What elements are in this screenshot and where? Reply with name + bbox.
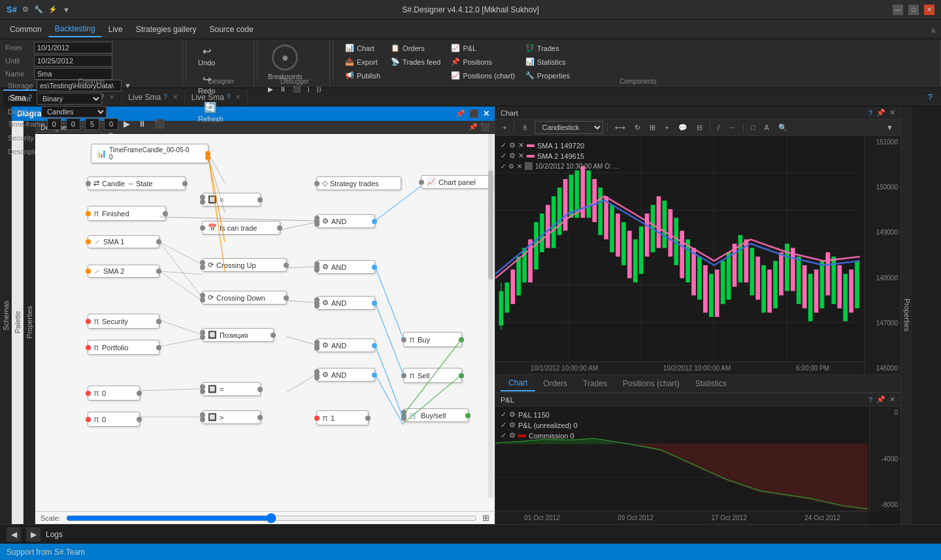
- diagram-pin2-btn[interactable]: ⬛: [469, 109, 479, 118]
- chart-tb-line-btn[interactable]: /: [714, 122, 723, 133]
- timeframe-h[interactable]: [47, 118, 61, 130]
- node-finished[interactable]: π Finished: [88, 206, 166, 221]
- chart-close-btn[interactable]: ✕: [889, 108, 895, 117]
- menu-live[interactable]: Live: [102, 22, 129, 37]
- properties-left-label[interactable]: Properties: [25, 306, 33, 338]
- node-security[interactable]: π Security: [88, 314, 159, 329]
- node-portfolio[interactable]: π Portfolio: [88, 340, 159, 355]
- chart-help-btn[interactable]: ?: [868, 109, 872, 117]
- node-and3[interactable]: ⚙ AND: [316, 296, 375, 310]
- pnl-gear2[interactable]: ⚙: [509, 421, 516, 429]
- timeframe-s[interactable]: [85, 118, 99, 130]
- palette-label[interactable]: Palette: [14, 311, 22, 333]
- ribbon-collapse-btn[interactable]: ▲: [929, 24, 938, 35]
- chart-tb-zoom-btn[interactable]: 🔍: [775, 122, 791, 134]
- chart-tb-text-btn[interactable]: A: [761, 122, 772, 133]
- designer-float-btn[interactable]: ⬛: [480, 123, 489, 131]
- chart-canvas[interactable]: ✓ ⚙ ✕ SMA 1 149720 ✓ ⚙ ✕ SMA 2 149615: [495, 136, 900, 374]
- pnl-check2[interactable]: ✓: [501, 421, 506, 429]
- undo-button[interactable]: ↩ Undo: [194, 43, 219, 69]
- chart-button[interactable]: 📊 Chart: [341, 42, 384, 54]
- node-equals2[interactable]: 🔲 =: [202, 382, 261, 396]
- debug-btn4[interactable]: ⟩: [305, 84, 312, 94]
- designer-pin-btn[interactable]: 📌: [469, 123, 478, 131]
- minimize-button[interactable]: —: [893, 5, 903, 15]
- legend-sma1-gear[interactable]: ⚙: [509, 141, 516, 150]
- until-input[interactable]: [34, 55, 112, 67]
- pnl-check3[interactable]: ✓: [501, 431, 506, 440]
- tab-live-sma1-help[interactable]: ?: [163, 93, 167, 101]
- node-equals1[interactable]: 🔲 =: [202, 193, 261, 206]
- global-help-btn[interactable]: ?: [923, 92, 938, 102]
- datatype-select[interactable]: Candles: [41, 106, 107, 118]
- node-buy-sell[interactable]: 🛒 Buy/sell: [403, 408, 469, 422]
- node-and1[interactable]: ⚙ AND: [316, 214, 375, 228]
- legend-candle-x[interactable]: ✕: [517, 163, 522, 170]
- legend-candle-check[interactable]: ✓: [501, 163, 506, 170]
- legend-sma1-close[interactable]: ✕: [518, 141, 524, 150]
- statistics-button[interactable]: 📊 Statistics: [521, 56, 574, 68]
- chart-add-btn[interactable]: +: [499, 122, 510, 133]
- chart-tb-btn1[interactable]: ⟷: [612, 122, 629, 134]
- chart-tb-dropdown-btn[interactable]: ▼: [883, 122, 897, 133]
- chart-tb-rect-btn[interactable]: □: [748, 122, 759, 133]
- tab-live-sma2-close[interactable]: ✕: [235, 93, 240, 101]
- menu-source-code[interactable]: Source code: [203, 22, 259, 37]
- timeframe-m[interactable]: [66, 118, 80, 130]
- node-one[interactable]: π 1: [316, 410, 369, 425]
- chart-tb-btn5[interactable]: 💬: [675, 122, 691, 134]
- candlestick-select[interactable]: Candlestick: [535, 121, 603, 134]
- debug-btn2[interactable]: ⏸: [277, 84, 289, 94]
- scroll-indicator[interactable]: [488, 134, 493, 498]
- designer-canvas[interactable]: 📊 TimeFrameCandle_00-05-0 0 ⇄ Candle → S…: [35, 134, 495, 511]
- tab-live-sma2-help[interactable]: ?: [227, 93, 231, 101]
- node-sma2[interactable]: ⟋ SMA 2: [88, 265, 159, 278]
- close-button[interactable]: ✕: [924, 5, 934, 15]
- refresh-button[interactable]: 🔄 Refresh: [194, 99, 227, 125]
- positions-button[interactable]: 📌 Positions: [447, 56, 518, 68]
- chart-tb-btn4[interactable]: +: [661, 122, 672, 133]
- chart-tb-btn6[interactable]: ⊟: [693, 122, 706, 134]
- title-bar-icon4[interactable]: ▼: [63, 6, 70, 14]
- title-bar-icon2[interactable]: 🔧: [34, 5, 43, 14]
- schemas-label[interactable]: Schemas: [2, 301, 10, 331]
- play-button[interactable]: ▶: [121, 118, 133, 130]
- node-sma1[interactable]: ⟋ SMA 1: [88, 235, 159, 248]
- from-input[interactable]: [34, 42, 112, 54]
- chart-tab-orders[interactable]: Orders: [535, 376, 575, 391]
- node-crossing-down[interactable]: ⟳ Crossing Down: [202, 291, 287, 305]
- pl-button[interactable]: 📈 P&L: [447, 42, 518, 54]
- pnl-gear1[interactable]: ⚙: [509, 410, 516, 419]
- stop-button[interactable]: ⬛: [152, 118, 167, 130]
- chart-tb-btn2[interactable]: ↻: [631, 122, 644, 134]
- chart-tb-btn3[interactable]: ⊞: [646, 122, 659, 134]
- pause-button[interactable]: ⏸: [135, 118, 149, 130]
- format-select[interactable]: Binary: [37, 93, 102, 105]
- pnl-gear3[interactable]: ⚙: [509, 431, 516, 440]
- node-and4[interactable]: ⚙ AND: [316, 338, 375, 352]
- forward-button[interactable]: ▶: [26, 527, 41, 542]
- pnl-close-btn[interactable]: ✕: [889, 395, 895, 404]
- title-bar-icon3[interactable]: ⚡: [48, 5, 58, 14]
- pnl-canvas[interactable]: ✓ ⚙ P&L 1150 ✓ ⚙ P&L (unrealized) 0 ✓ ⚙ …: [495, 406, 900, 524]
- tab-live-sma1-close[interactable]: ✕: [173, 93, 178, 101]
- node-and2[interactable]: ⚙ AND: [316, 260, 375, 274]
- diagram-pin-btn[interactable]: 📌: [455, 109, 465, 118]
- scale-icon[interactable]: ⊞: [482, 513, 489, 523]
- title-bar-menu-icon[interactable]: ⚙: [22, 5, 29, 14]
- chart-tab-positions[interactable]: Positions (chart): [615, 376, 687, 391]
- node-pozicija[interactable]: 🔲 Позиция: [202, 328, 274, 342]
- export-button[interactable]: 📤 Export: [341, 56, 384, 68]
- diagram-close-btn[interactable]: ✕: [483, 109, 489, 118]
- node-candle-state[interactable]: ⇄ Candle → State: [88, 176, 186, 190]
- chart-candle-icon-btn[interactable]: 🕯: [518, 122, 532, 133]
- legend-sma1-check[interactable]: ✓: [501, 141, 506, 150]
- pnl-help-btn[interactable]: ?: [868, 396, 872, 404]
- right-properties-label[interactable]: Properties: [903, 299, 911, 331]
- menu-common[interactable]: Common: [3, 22, 48, 37]
- back-button[interactable]: ◀: [7, 527, 21, 542]
- node-crossing-up[interactable]: ⟳ Crossing Up: [202, 258, 287, 272]
- chart-pin-btn[interactable]: 📌: [876, 108, 885, 117]
- legend-sma2-gear[interactable]: ⚙: [509, 152, 516, 160]
- menu-backtesting[interactable]: Backtesting: [48, 22, 102, 37]
